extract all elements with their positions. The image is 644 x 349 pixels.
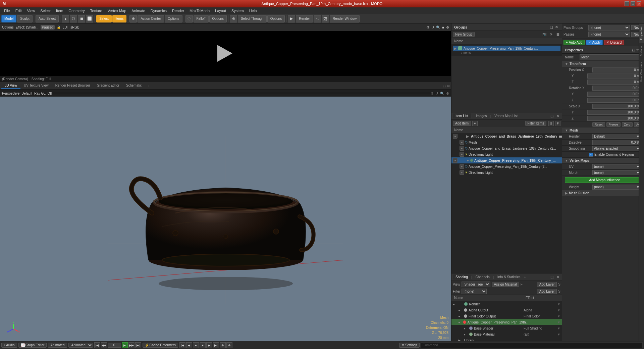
item-row-6[interactable]: ● ☀ Directional Light: [451, 169, 562, 176]
pb-btn-6[interactable]: ▶|: [213, 342, 219, 348]
pb-btn-2[interactable]: ◀: [186, 342, 192, 348]
play-button-large[interactable]: [217, 45, 234, 62]
side-tab-surface[interactable]: Surface: [639, 43, 644, 59]
vp-icon-2[interactable]: ↺: [435, 92, 438, 95]
add-item-button[interactable]: Add Item: [453, 121, 471, 126]
mesh-fusion-section[interactable]: ▶ Mesh Fusion: [562, 190, 644, 196]
shader-dropdown-4[interactable]: ▼: [557, 327, 560, 330]
time-input[interactable]: [108, 343, 121, 348]
tab-shading[interactable]: Shading: [453, 275, 471, 280]
new-group-button[interactable]: New Group: [453, 32, 475, 37]
groups-icon-3[interactable]: ☰: [555, 32, 560, 37]
scale-z-field[interactable]: [587, 116, 641, 121]
shading-close-icon[interactable]: ✕: [555, 275, 560, 280]
shader-vis-4[interactable]: ●: [464, 327, 468, 330]
groups-icon-1[interactable]: 📷: [542, 32, 547, 37]
passes-dropdown[interactable]: (none): [588, 32, 630, 37]
shader-vis-3[interactable]: ●: [458, 320, 462, 324]
shader-view-dropdown[interactable]: Shader Tree: [462, 282, 490, 287]
shader-dropdown-0[interactable]: ▼: [557, 302, 560, 306]
filter-items-button[interactable]: Filter Items: [525, 121, 546, 126]
scale-y-field[interactable]: [587, 110, 641, 115]
tab-item-list[interactable]: Item List: [453, 113, 471, 118]
tab-info-statistics[interactable]: Info & Statistics: [495, 275, 523, 280]
preview-icon-2[interactable]: ↺: [431, 26, 434, 29]
weight-dropdown[interactable]: (none) ▼: [592, 185, 641, 190]
add-item-dropdown[interactable]: ▼: [472, 121, 478, 126]
polygon-mode-btn[interactable]: ◼: [78, 15, 85, 22]
shader-vis-5[interactable]: ●: [464, 333, 468, 336]
ray-gl-label[interactable]: Ray GL: Off: [34, 92, 52, 95]
falloff-button[interactable]: Falloff: [194, 15, 209, 22]
vertex-mode-btn[interactable]: ●: [62, 15, 69, 22]
menu-view[interactable]: View: [24, 8, 38, 13]
enable-command-regions-checkbox[interactable]: ✓: [589, 153, 593, 157]
side-tab-properties[interactable]: Properties: [639, 23, 644, 43]
auto-select-button[interactable]: Auto Select: [36, 15, 59, 22]
vp-icon-3[interactable]: 🔍: [440, 92, 444, 95]
position-y-field[interactable]: [587, 73, 641, 79]
prev-frame-button[interactable]: |◀: [94, 342, 100, 348]
settings-button[interactable]: ⚙ Settings: [399, 343, 420, 348]
menu-maxtomodo[interactable]: MaxToModo: [187, 8, 212, 13]
items-close-icon[interactable]: ✕: [555, 113, 560, 119]
uv-dropdown[interactable]: (none) ▼: [592, 164, 641, 169]
add-layer-button-2[interactable]: Add Layer: [537, 289, 557, 294]
items-expand-icon[interactable]: ⬚: [549, 113, 554, 119]
options-button-1[interactable]: Options: [165, 15, 182, 22]
tab-schematic[interactable]: Schematic: [123, 83, 145, 89]
reset-button[interactable]: Reset: [592, 122, 605, 127]
tab-3d-view[interactable]: 3D View: [1, 83, 20, 89]
shader-vis-1[interactable]: ●: [458, 308, 463, 312]
apply-button[interactable]: ✓ Apply: [586, 40, 603, 45]
menu-geometry[interactable]: Geometry: [66, 8, 87, 13]
options-button-3[interactable]: Options: [267, 15, 285, 22]
shader-row-alpha[interactable]: ● Alpha Output Alpha ▼: [451, 307, 562, 313]
preview-icon-5[interactable]: ⚙: [446, 26, 449, 29]
assign-material-button[interactable]: Assign Material: [492, 282, 519, 287]
animated-dropdown[interactable]: Animated: [68, 343, 93, 348]
menu-select[interactable]: Select: [38, 8, 53, 13]
close-button[interactable]: ✕: [637, 1, 641, 6]
select-button[interactable]: Select: [96, 15, 112, 22]
sculpt-button[interactable]: Sculpt: [17, 15, 33, 22]
edge-mode-btn[interactable]: ⬡: [70, 15, 77, 22]
action-center-button[interactable]: Action Center: [138, 15, 164, 22]
rotation-x-field[interactable]: [592, 86, 641, 91]
shader-row-material[interactable]: ● Antique_Copper_Preserving_Pan_19th... …: [451, 319, 562, 325]
add-layer-button[interactable]: Add Layer: [537, 282, 557, 287]
row-vis-5[interactable]: ●: [460, 164, 464, 169]
item-row-3[interactable]: ● ☀ Directional Light: [451, 151, 562, 157]
render-dropdown[interactable]: Default ▼: [592, 134, 641, 139]
tab-uv-texture[interactable]: UV Texture View: [20, 83, 52, 89]
menu-item[interactable]: Item: [53, 8, 66, 13]
pb-btn-1[interactable]: |◀: [179, 342, 185, 348]
command-input-area[interactable]: Command: [421, 342, 643, 348]
freeze-button[interactable]: Freeze: [606, 122, 621, 127]
row-vis-0[interactable]: ●: [453, 134, 458, 139]
position-x-field[interactable]: [592, 67, 641, 72]
item-row-5[interactable]: ● ⬡ Antique_Copper_Preserving_Pan_19th_C…: [451, 163, 562, 169]
shader-dropdown-5[interactable]: ▼: [557, 333, 560, 336]
vertex-maps-section[interactable]: ▼ Vertex Maps: [562, 158, 644, 164]
props-expand-icon[interactable]: ⬚: [631, 47, 636, 53]
pb-btn-8[interactable]: ⊕: [226, 342, 232, 348]
position-z-field[interactable]: [587, 80, 641, 85]
item-row-4[interactable]: ● ▼ Antique_Copper_Preserving_Pan_19th_C…: [451, 157, 562, 163]
shader-dropdown-3[interactable]: ▼: [557, 320, 560, 324]
add-morph-influence-button[interactable]: + Add Morph Influence: [565, 177, 641, 183]
menu-system[interactable]: System: [229, 8, 247, 13]
mesh-section[interactable]: ▼ Mesh: [562, 128, 644, 134]
shader-vis-0[interactable]: ●: [453, 302, 458, 306]
tab-channels[interactable]: Channels: [473, 275, 492, 280]
shader-dropdown-1[interactable]: ▼: [557, 308, 560, 312]
menu-texture[interactable]: Texture: [88, 8, 105, 13]
rotation-y-field[interactable]: [587, 92, 641, 97]
menu-render[interactable]: Render: [169, 8, 187, 13]
item-mode-btn[interactable]: ⬜: [86, 15, 93, 22]
transform-section[interactable]: ▼ Transform: [562, 61, 644, 67]
vp-icon-1[interactable]: ⚙: [430, 92, 433, 95]
tab-vertex-map-list[interactable]: Vertex Map List: [492, 113, 520, 118]
pass-groups-dropdown[interactable]: (none): [588, 25, 630, 31]
groups-icon-2[interactable]: ⟳: [548, 32, 554, 37]
